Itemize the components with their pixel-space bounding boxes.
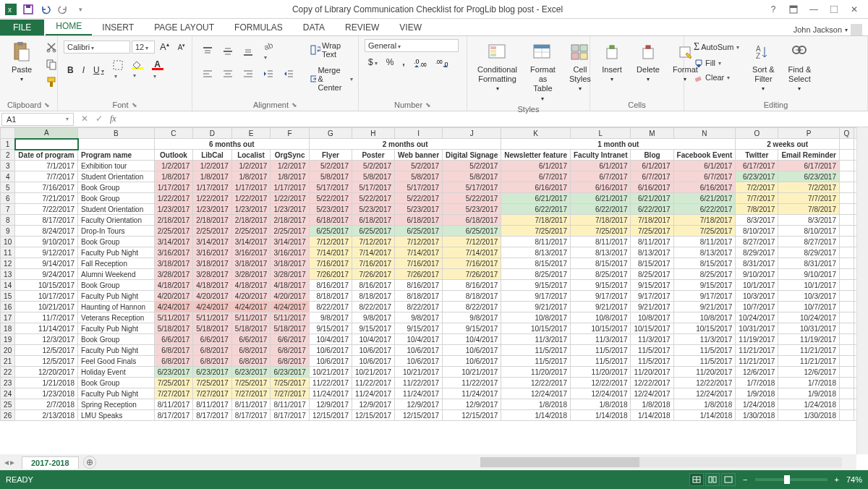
cell[interactable]: 5/22/2017 [395,193,443,204]
paste-button[interactable]: Paste▾ [6,39,38,85]
cell[interactable]: Student Orientation [78,204,155,215]
cell[interactable]: 8/13/2017 [631,247,673,258]
cell[interactable] [840,399,854,410]
underline-button[interactable]: U [90,63,108,77]
cell-a1[interactable] [15,139,78,150]
cell[interactable]: 6/25/2017 [395,226,443,237]
row-header[interactable]: 9 [1,226,15,237]
cell[interactable]: 3/14/2017 [193,237,232,247]
cell[interactable]: 9/21/2017 [571,302,631,312]
cell[interactable]: 1/21/2018 [15,378,78,388]
cell[interactable]: 9/15/2017 [443,323,501,334]
cell[interactable]: 10/6/2017 [443,345,501,356]
cell[interactable]: 1/24/2018 [778,399,840,410]
cell[interactable]: 6/23/2017 [193,367,232,378]
hdr-blog[interactable]: Blog [631,150,673,161]
cell[interactable]: Faculty Pub Night [78,345,155,356]
cell[interactable]: 9/8/2017 [309,312,352,323]
cell[interactable]: 6/16/2017 [571,182,631,193]
cell[interactable] [840,171,854,182]
sheet-nav-prev[interactable]: ◂ [4,457,9,467]
row-header[interactable]: 20 [1,345,15,356]
increase-indent-button[interactable] [279,67,298,81]
cell[interactable]: 6/17/2017 [736,161,778,171]
cell[interactable]: 1/2/2017 [193,161,232,171]
bold-button[interactable]: B [64,63,77,77]
cell[interactable]: 8/16/2017 [443,280,501,291]
cell[interactable]: 8/15/2017 [631,258,673,269]
cell[interactable]: 10/7/2017 [736,302,778,312]
row-header[interactable]: 26 [1,410,15,421]
cell[interactable]: 10/21/2017 [309,367,352,378]
row-header[interactable]: 11 [1,247,15,258]
cell[interactable]: 6/1/2017 [673,161,736,171]
cell[interactable]: 5/8/2017 [309,171,352,182]
cell[interactable]: 7/27/2017 [193,388,232,399]
cell[interactable]: Book Group [78,334,155,345]
tab-insert[interactable]: INSERT [92,20,144,35]
cell[interactable]: 12/24/2017 [501,388,571,399]
cell[interactable]: 6/25/2017 [352,226,394,237]
cell[interactable]: 7/25/2017 [154,378,193,388]
column-header[interactable]: O [736,128,778,139]
cell[interactable]: 6/22/2017 [631,204,673,215]
cell[interactable] [840,334,854,345]
cell[interactable]: 3/14/2017 [271,237,310,247]
cell[interactable]: 1/7/2018 [778,378,840,388]
cell[interactable]: 1/22/2017 [193,193,232,204]
cell[interactable]: 1/14/2018 [631,410,673,421]
cell[interactable]: 4/18/2017 [271,280,310,291]
cell[interactable]: 11/3/2017 [631,334,673,345]
cell[interactable] [840,204,854,215]
cell[interactable]: 6/8/2017 [271,356,310,367]
cell[interactable]: 6/16/2017 [673,182,736,193]
cell[interactable]: 5/2/2017 [443,161,501,171]
cell[interactable]: 7/25/2017 [631,226,673,237]
column-header[interactable]: I [395,128,443,139]
font-size-combo[interactable]: 12 [132,41,155,54]
cell[interactable]: 8/22/2017 [443,302,501,312]
cell[interactable]: 5/22/2017 [443,193,501,204]
cell[interactable]: 7/16/2017 [443,258,501,269]
hdr-program[interactable]: Program name [78,150,155,161]
row-header[interactable]: 19 [1,334,15,345]
orientation-button[interactable]: ab [259,39,276,64]
cell[interactable]: 7/12/2017 [443,237,501,247]
cell[interactable]: Faculty Pub Night [78,247,155,258]
cell[interactable]: 8/25/2017 [673,269,736,280]
view-normal-button[interactable] [689,473,704,486]
cell[interactable]: 2/18/2017 [154,215,193,226]
cell[interactable] [840,193,854,204]
cell[interactable]: 11/3/2017 [571,334,631,345]
cell[interactable]: 7/25/2017 [193,378,232,388]
cell[interactable]: 2/18/2017 [231,215,271,226]
cell[interactable]: 10/21/2017 [352,367,394,378]
cell[interactable]: 10/1/2017 [736,280,778,291]
cell[interactable]: 11/5/2017 [631,356,673,367]
cell[interactable]: 8/25/2017 [571,269,631,280]
cell[interactable]: 8/13/2017 [571,247,631,258]
cell[interactable]: 6/22/2017 [673,204,736,215]
enter-formula-icon[interactable]: ✓ [95,114,103,124]
help-icon[interactable]: ? [764,1,783,17]
cell[interactable]: 10/3/2017 [736,291,778,302]
cell[interactable]: 10/4/2017 [395,334,443,345]
column-header[interactable]: H [352,128,394,139]
cell[interactable]: 6/18/2017 [352,215,394,226]
cell[interactable]: 7/25/2017 [501,226,571,237]
row-header[interactable]: 12 [1,258,15,269]
cell[interactable]: 1/17/2017 [231,182,271,193]
cell[interactable]: 6/8/2017 [154,356,193,367]
italic-button[interactable]: I [79,63,88,77]
cell[interactable]: 8/11/2017 [231,399,271,410]
cell[interactable]: 6/8/2017 [271,345,310,356]
cell[interactable]: 12/3/2017 [15,334,78,345]
cell[interactable]: Haunting of Hannon [78,302,155,312]
insert-cells-button[interactable]: Insert▾ [596,39,628,85]
cell[interactable]: 5/18/2017 [231,323,271,334]
cell[interactable]: 2/25/2017 [154,226,193,237]
hdr-date[interactable]: Date of program [15,150,78,161]
cell[interactable]: 6/1/2017 [631,161,673,171]
cell[interactable]: 10/21/2017 [395,367,443,378]
cell[interactable]: 12/15/2017 [443,410,501,421]
